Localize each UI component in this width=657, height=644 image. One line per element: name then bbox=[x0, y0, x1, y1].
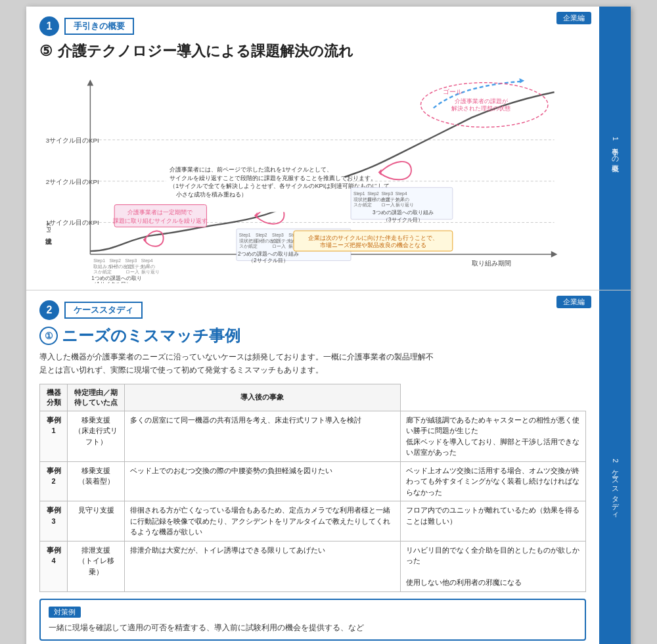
main-title-top: ⑤ 介護テクノロジー導入による課題解決の流れ bbox=[39, 41, 586, 61]
table-row: 事例4排泄支援 （トイレ移乗）排泄介助は大変だが、トイレ誘導はできる限りしてあげ… bbox=[40, 541, 586, 591]
svg-text:Step2: Step2 bbox=[256, 233, 267, 238]
col-header-result: 導入後の事象 bbox=[124, 384, 400, 411]
svg-text:介護事業者には、前ページで示した流れを1サイクルとして、: 介護事業者には、前ページで示した流れを1サイクルとして、 bbox=[170, 166, 332, 173]
chart-area: KPI達成状況 取り組み期間 1サイクル目のKPI 2サイクル目のKPI 3サイ… bbox=[39, 66, 586, 283]
right-tab-top: 1 手引きの概要 bbox=[599, 7, 631, 290]
svg-text:サイクルを繰り返すことで段階的に課題を克服することを推薦して: サイクルを繰り返すことで段階的に課題を克服することを推薦しております。 bbox=[170, 175, 376, 181]
col-header-reason: 特定理由／期待していた点 bbox=[68, 384, 125, 411]
svg-text:（2サイクル目）: （2サイクル目） bbox=[248, 258, 288, 264]
row-label-3: 事例4 bbox=[40, 541, 68, 591]
section-header-bottom: 2 ケーススタディ bbox=[39, 300, 586, 320]
row-category-3: 排泄支援 （トイレ移乗） bbox=[68, 541, 125, 591]
row-result-0: 廊下が絨毯調であるためキャスターとの相性が悪く使い勝手に問題が生じた 低床ベッド… bbox=[401, 411, 586, 461]
row-category-1: 移乗支援 （装着型） bbox=[68, 461, 125, 501]
row-reason-1: ベッド上でのおむつ交換の際の中腰姿勢の負担軽減を図りたい bbox=[124, 461, 400, 501]
section-num-top: 1 bbox=[39, 16, 59, 36]
svg-text:効果の: 効果の bbox=[141, 264, 155, 269]
case-num: ① bbox=[39, 327, 58, 345]
svg-text:（1サイクル目）: （1サイクル目） bbox=[91, 281, 131, 283]
row-result-2: フロア内でのユニットが離れているため（効果を得ることは難しい） bbox=[401, 501, 586, 541]
right-tab-text-bottom: 2 ケーススタディ bbox=[610, 459, 620, 516]
svg-text:小さな成功を積み重ねる）: 小さな成功を積み重ねる） bbox=[176, 191, 247, 198]
svg-text:2サイクル目のKPI: 2サイクル目のKPI bbox=[46, 178, 99, 185]
svg-text:3つめの課題への取り組み: 3つめの課題への取り組み bbox=[373, 210, 434, 216]
svg-text:振り返り: 振り返り bbox=[141, 269, 160, 275]
svg-text:スか紙定: スか紙定 bbox=[93, 269, 112, 274]
kigyohen-badge-bottom: 企業編 bbox=[556, 296, 591, 308]
svg-text:スか紙定: スか紙定 bbox=[353, 202, 372, 207]
case-study-title: ① ニーズのミスマッチ事例 bbox=[39, 325, 586, 346]
col-header-category: 機器分類 bbox=[40, 384, 68, 411]
svg-text:1サイクル目のKPI: 1サイクル目のKPI bbox=[46, 219, 99, 226]
solution-text: 一緒に現場を確認して適用の可否を精査する、導入前に試験利用の機会を提供する、など bbox=[49, 622, 577, 634]
svg-text:振り返り: 振り返り bbox=[396, 202, 414, 208]
table-row: 事例1移乗支援 （床走行式リフト）多くの居室にて同一機器の共有活用を考え、床走行… bbox=[40, 411, 586, 461]
case-title-text: ニーズのミスマッチ事例 bbox=[62, 325, 240, 346]
main-title-text: 介護テクノロジー導入による課題解決の流れ bbox=[58, 41, 353, 61]
row-category-0: 移乗支援 （床走行式リフト） bbox=[68, 411, 125, 461]
svg-text:Step3: Step3 bbox=[125, 259, 137, 264]
svg-text:ゴール: ゴール bbox=[443, 88, 463, 95]
row-reason-0: 多くの居室にて同一機器の共有活用を考え、床走行式リフト導入を検討 bbox=[124, 411, 400, 461]
svg-text:ロー入: ロー入 bbox=[125, 269, 139, 275]
solution-label: 対策例 bbox=[49, 607, 81, 618]
svg-text:介護事業者の課題が: 介護事業者の課題が bbox=[455, 98, 509, 104]
svg-text:Step2: Step2 bbox=[109, 259, 121, 264]
svg-marker-2 bbox=[87, 80, 94, 86]
right-tab-bottom: 2 ケーススタディ bbox=[599, 290, 631, 644]
svg-text:介護事業者は一定期間で: 介護事業者は一定期間で bbox=[127, 209, 193, 216]
svg-text:Step2: Step2 bbox=[367, 191, 379, 196]
svg-text:Step1: Step1 bbox=[239, 233, 251, 238]
table-row: 事例2移乗支援 （装着型）ベッド上でのおむつ交換の際の中腰姿勢の負担軽減を図りた… bbox=[40, 461, 586, 501]
svg-text:1つめの課題への取り: 1つめの課題への取り bbox=[91, 275, 142, 281]
svg-text:Step3: Step3 bbox=[272, 233, 284, 238]
main-num-top: ⑤ bbox=[39, 43, 53, 60]
svg-text:取り組み期間: 取り組み期間 bbox=[472, 260, 511, 267]
svg-text:解決された理想の状態: 解決された理想の状態 bbox=[451, 105, 510, 112]
svg-text:ロー入: ロー入 bbox=[381, 202, 395, 208]
svg-text:Step1: Step1 bbox=[353, 191, 365, 196]
row-reason-3: 排泄介助は大変だが、トイレ誘導はできる限りしてあげたい bbox=[124, 541, 400, 591]
svg-text:スか紙定: スか紙定 bbox=[239, 244, 258, 248]
section-num-bottom: 2 bbox=[39, 300, 59, 320]
section-title-bottom: ケーススタディ bbox=[64, 302, 143, 319]
row-label-0: 事例1 bbox=[40, 411, 68, 461]
row-result-3: リハビリ目的でなく全介助を目的としたものが欲しかった 使用しない他の利用者の邪魔… bbox=[401, 541, 586, 591]
svg-text:ロー入: ロー入 bbox=[272, 244, 286, 249]
svg-text:企業は次のサイクルに向けた伴走も行うことで、: 企業は次のサイクルに向けた伴走も行うことで、 bbox=[308, 235, 438, 241]
row-result-1: ベッド上オムツ交換に活用する場合、オムツ交換が終わっても外すタイミングがなく装着… bbox=[401, 461, 586, 501]
svg-text:効果の: 効果の bbox=[396, 197, 409, 202]
svg-text:Step1: Step1 bbox=[93, 259, 105, 264]
description-text: 導入した機器が介護事業者のニーズに沿っていないケースは頻発しております。一概に介… bbox=[39, 350, 586, 377]
section-header-top: 1 手引きの概要 bbox=[39, 16, 586, 36]
svg-text:Step4: Step4 bbox=[396, 191, 407, 196]
solution-box: 対策例 一緒に現場を確認して適用の可否を精査する、導入前に試験利用の機会を提供す… bbox=[39, 599, 586, 641]
section-title-top: 手引きの概要 bbox=[64, 18, 134, 35]
table-row: 事例3見守り支援徘徊される方が亡くなっている場合もあるため、定点カメラでな利用者… bbox=[40, 501, 586, 541]
row-reason-2: 徘徊される方が亡くなっている場合もあるため、定点カメラでな利用者様と一緒に行動記… bbox=[124, 501, 400, 541]
row-label-1: 事例2 bbox=[40, 461, 68, 501]
row-category-2: 見守り支援 bbox=[68, 501, 125, 541]
svg-marker-14 bbox=[378, 169, 382, 175]
svg-text:Step4: Step4 bbox=[141, 259, 153, 264]
kigyohen-badge-top: 企業編 bbox=[556, 12, 591, 24]
svg-text:課題に取り組むサイクルを繰り返す: 課題に取り組むサイクルを繰り返す bbox=[113, 218, 208, 224]
svg-text:2つめの課題への取り組み: 2つめの課題への取り組み bbox=[238, 251, 299, 257]
row-label-2: 事例3 bbox=[40, 501, 68, 541]
case-table: 機器分類 特定理由／期待していた点 導入後の事象 事例1移乗支援 （床走行式リフ… bbox=[39, 384, 586, 592]
svg-marker-15 bbox=[519, 78, 524, 83]
svg-text:3サイクル目のKPI: 3サイクル目のKPI bbox=[46, 137, 99, 144]
svg-text:（3サイクル目）: （3サイクル目） bbox=[383, 217, 423, 223]
svg-text:Step3: Step3 bbox=[381, 191, 393, 196]
svg-text:市場ニーズ把握や製品改良の機会となる: 市場ニーズ把握や製品改良の機会となる bbox=[320, 242, 426, 248]
right-tab-text-top: 1 手引きの概要 bbox=[610, 137, 620, 160]
svg-marker-3 bbox=[551, 251, 558, 258]
